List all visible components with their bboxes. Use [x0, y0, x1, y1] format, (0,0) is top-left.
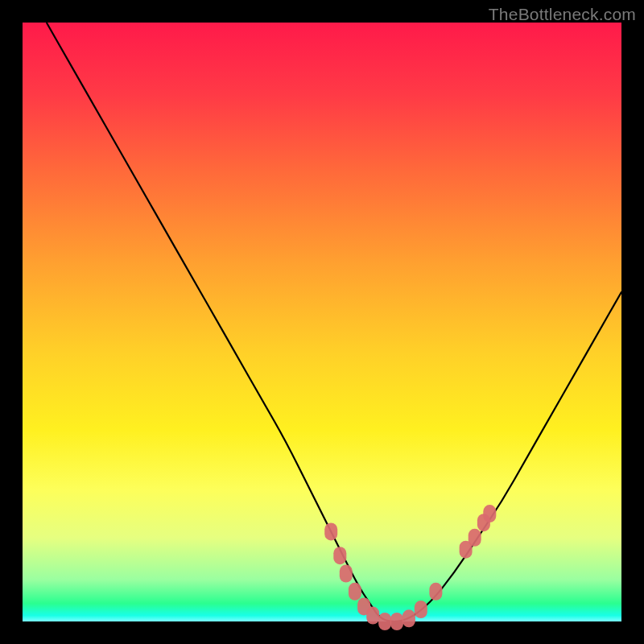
curve-marker — [333, 547, 346, 564]
curve-marker — [349, 583, 361, 601]
curve-marker — [402, 609, 415, 627]
watermark-label: TheBottleneck.com — [489, 5, 636, 24]
curve-marker — [340, 565, 353, 583]
curve-markers — [324, 505, 496, 630]
curve-marker — [390, 613, 403, 630]
curve-marker — [324, 522, 337, 540]
curve-marker — [483, 505, 496, 522]
curve-marker — [366, 607, 379, 625]
curve-marker — [429, 583, 442, 601]
chart-svg — [0, 0, 644, 644]
curve-marker — [378, 613, 391, 630]
curve-marker — [415, 601, 427, 618]
curve-marker — [469, 529, 481, 547]
